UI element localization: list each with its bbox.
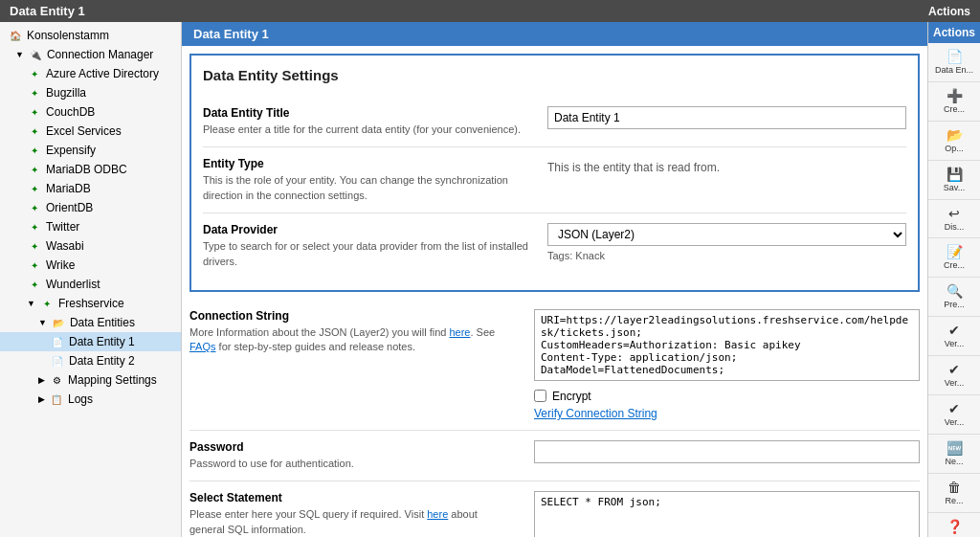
connection-string-textarea[interactable]: URI=https://layer2leadingsolutions.fresh… <box>534 309 920 381</box>
freshservice-label: Freshservice <box>58 297 173 310</box>
sidebar-item-wrike[interactable]: ✦ Wrike <box>0 256 181 275</box>
save-icon: 💾 <box>947 167 963 182</box>
preview-label: Pre... <box>944 301 965 310</box>
password-field-label: Password <box>189 440 515 454</box>
connection-manager-icon: 🔌 <box>28 47 43 62</box>
couchdb-icon: ✦ <box>27 104 42 120</box>
sidebar-root[interactable]: 🏠 Konsolenstamm <box>0 26 181 45</box>
action-preview[interactable]: 🔍 Pre... <box>928 278 980 317</box>
action-create[interactable]: ➕ Cre... <box>928 82 980 122</box>
excel-label: Excel Services <box>46 124 173 138</box>
entity-type-value: This is the entity that is read from. <box>547 157 906 174</box>
action-create2[interactable]: 📝 Cre... <box>928 238 980 278</box>
main-layout: 🏠 Konsolenstamm ▼ 🔌 Connection Manager ✦… <box>0 22 980 537</box>
new-icon: 🆕 <box>947 440 963 456</box>
select-field-label: Select Statement <box>189 491 515 504</box>
verify2-label: Ver... <box>945 379 965 389</box>
encrypt-label: Encrypt <box>552 390 591 403</box>
select-statement-textarea[interactable]: SELECT * FROM json; <box>534 491 920 537</box>
bugzilla-icon: ✦ <box>27 85 42 101</box>
freshservice-icon: ✦ <box>39 296 55 311</box>
mariadb-odbc-icon: ✦ <box>27 162 42 177</box>
sidebar-item-data-entity-1[interactable]: 📄 Data Entity 1 <box>0 332 181 351</box>
sidebar-item-mariadb-odbc[interactable]: ✦ MariaDB ODBC <box>0 160 181 179</box>
data-provider-label-col: Data Provider Type to search for or sele… <box>203 223 547 269</box>
sidebar-item-freshservice[interactable]: ▼ ✦ Freshservice <box>0 294 181 313</box>
data-provider-input-col: JSON (Layer2) CSV XML OData Tags: Knack <box>547 223 906 261</box>
encrypt-checkbox[interactable] <box>534 390 546 402</box>
title-field-desc: Please enter a title for the current dat… <box>203 123 528 137</box>
data-entities-label: Data Entities <box>70 316 173 329</box>
verify3-label: Ver... <box>945 418 965 428</box>
sidebar-item-mariadb[interactable]: ✦ MariaDB <box>0 179 181 198</box>
form-row-password: Password Password to use for authenticat… <box>189 431 920 481</box>
sidebar-item-couchdb[interactable]: ✦ CouchDB <box>0 102 181 122</box>
select-input-col: SELECT * FROM json; <box>534 491 920 537</box>
sidebar-item-wunderlist[interactable]: ✦ Wunderlist <box>0 275 181 294</box>
logs-icon: 📋 <box>49 392 64 407</box>
remove-label: Re... <box>945 497 963 506</box>
action-data-en[interactable]: 📄 Data En... <box>928 43 980 82</box>
logs-expand-icon: ▶ <box>38 394 45 404</box>
sidebar-item-data-entity-2[interactable]: 📄 Data Entity 2 <box>0 351 181 370</box>
verify2-icon: ✔ <box>948 362 960 377</box>
connection-here-link[interactable]: here <box>449 326 470 338</box>
data-entities-expand-icon: ▼ <box>38 318 47 327</box>
action-save[interactable]: 💾 Sav... <box>928 161 980 200</box>
sidebar-item-expensify[interactable]: ✦ Expensify <box>0 141 181 160</box>
freshservice-expand-icon: ▼ <box>27 299 35 308</box>
verify3-icon: ✔ <box>948 401 960 416</box>
select-here-link[interactable]: here <box>427 508 448 520</box>
expensify-icon: ✦ <box>27 143 42 158</box>
sidebar-item-logs[interactable]: ▶ 📋 Logs <box>0 390 181 409</box>
form-row-entity-type: Entity Type This is the role of your ent… <box>203 147 906 213</box>
title-input[interactable] <box>547 106 906 129</box>
data-entity-2-file-icon: 📄 <box>50 353 65 369</box>
action-help[interactable]: ❓ He... <box>928 513 980 537</box>
action-new[interactable]: 🆕 Ne... <box>928 435 980 474</box>
sidebar-item-connection-manager[interactable]: ▼ 🔌 Connection Manager <box>0 45 181 64</box>
create2-label: Cre... <box>944 261 965 271</box>
action-verify1[interactable]: ✔ Ver... <box>928 317 980 356</box>
action-discard[interactable]: ↩ Dis... <box>928 200 980 239</box>
settings-panel-title: Data Entity Settings <box>203 67 906 83</box>
sidebar-item-mapping-settings[interactable]: ▶ ⚙ Mapping Settings <box>0 370 181 390</box>
help-icon: ❓ <box>947 519 963 534</box>
discard-icon: ↩ <box>948 206 960 221</box>
sidebar-item-azure-active-directory[interactable]: ✦ Azure Active Directory <box>0 64 181 83</box>
konsolenstamm-icon: 🏠 <box>8 28 23 43</box>
mapping-settings-label: Mapping Settings <box>68 373 173 387</box>
password-input[interactable] <box>534 440 920 463</box>
data-en-icon: 📄 <box>947 49 963 64</box>
wasabi-icon: ✦ <box>27 238 42 254</box>
azure-label: Azure Active Directory <box>46 67 173 80</box>
entity-type-input-col: This is the entity that is read from. <box>547 157 906 174</box>
password-input-col <box>534 440 920 463</box>
connection-field-desc: More Information about the JSON (Layer2)… <box>189 325 515 355</box>
logs-label: Logs <box>68 392 173 406</box>
sidebar-item-bugzilla[interactable]: ✦ Bugzilla <box>0 83 181 102</box>
action-remove[interactable]: 🗑 Re... <box>928 474 980 513</box>
action-verify3[interactable]: ✔ Ver... <box>928 395 980 435</box>
save-label: Sav... <box>944 184 965 193</box>
sidebar-item-excel-services[interactable]: ✦ Excel Services <box>0 122 181 141</box>
tags-value: Knack <box>575 250 605 261</box>
sidebar-item-orientdb[interactable]: ✦ OrientDB <box>0 198 181 217</box>
action-open[interactable]: 📂 Op... <box>928 122 980 161</box>
content-header: Data Entity 1 <box>182 22 927 46</box>
verify1-label: Ver... <box>945 340 965 349</box>
data-provider-select[interactable]: JSON (Layer2) CSV XML OData <box>547 223 906 246</box>
top-bar-title: Data Entity 1 <box>10 4 85 18</box>
sidebar-item-wasabi[interactable]: ✦ Wasabi <box>0 236 181 256</box>
right-panel: Actions 📄 Data En... ➕ Cre... 📂 Op... 💾 … <box>927 22 980 537</box>
form-row-connection-string: Connection String More Information about… <box>189 300 920 431</box>
sidebar-item-data-entities[interactable]: ▼ 📂 Data Entities <box>0 313 181 332</box>
sidebar-item-twitter[interactable]: ✦ Twitter <box>0 217 181 236</box>
twitter-label: Twitter <box>46 220 173 234</box>
verify-connection-link[interactable]: Verify Connection String <box>534 407 920 420</box>
wrike-icon: ✦ <box>27 257 42 273</box>
orientdb-label: OrientDB <box>46 201 173 214</box>
content-area: Data Entity 1 Data Entity Settings Data … <box>182 22 927 537</box>
connection-faqs-link[interactable]: FAQs <box>189 341 216 352</box>
action-verify2[interactable]: ✔ Ver... <box>928 356 980 395</box>
